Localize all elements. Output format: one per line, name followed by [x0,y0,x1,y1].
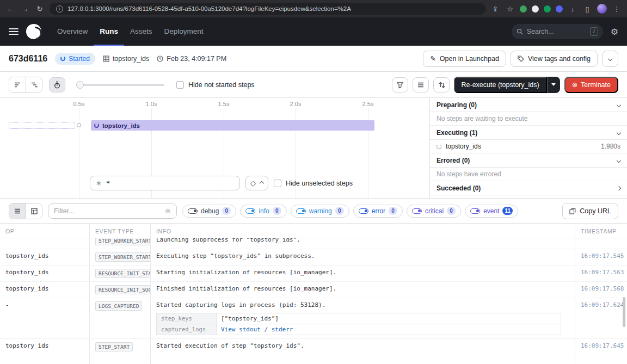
section-executing[interactable]: Executing (1) [430,126,627,140]
col-header-timestamp: TIMESTAMP [575,224,627,238]
view-tags-config-button[interactable]: View tags and config [511,51,598,67]
log-row[interactable]: topstory_ids STEP_WORKER_STARTED Executi… [0,249,627,266]
hamburger-menu-icon[interactable] [9,28,19,35]
side-panel-icon[interactable]: ▯ [582,5,592,13]
toggle-on-icon[interactable] [188,208,198,214]
toggle-on-icon[interactable] [470,208,480,214]
gantt-step-bar-label: topstory_ids [102,122,140,129]
section-succeeded[interactable]: Succeeded (0) [430,181,627,195]
level-chip-warning[interactable]: warning 0 [291,205,349,218]
view-mode-group [9,77,42,93]
step-selector[interactable]: ∗ [90,176,240,190]
clear-filter-icon[interactable]: ⊗ [165,207,171,215]
share-icon[interactable]: ⇪ [490,5,500,13]
sort-button[interactable] [433,77,450,92]
log-timestamp[interactable]: 16:09:17.545 [575,249,627,265]
log-row[interactable]: topstory_ids STEP_START Started executio… [0,339,627,355]
level-chip-event[interactable]: event 11 [465,205,518,218]
nav-item-runs[interactable]: Runs [94,17,124,46]
back-icon[interactable]: ← [5,5,15,13]
row-density-button[interactable] [413,77,429,92]
nav-item-deployment[interactable]: Deployment [158,17,210,46]
log-list-view-button[interactable] [9,203,26,219]
run-job-chip[interactable]: topstory_ids [103,55,149,63]
log-op[interactable]: topstory_ids [0,249,90,265]
job-grid-icon [103,55,109,62]
hide-not-started-checkbox-row[interactable]: Hide not started steps [176,81,255,89]
forward-icon[interactable]: → [20,5,30,13]
toggle-on-icon[interactable] [412,208,422,214]
log-op[interactable] [0,238,90,249]
timed-view-button[interactable] [49,77,65,92]
gantt-zoom-slider[interactable] [77,84,164,86]
toggle-on-icon[interactable] [359,208,368,214]
log-row-logs-captured[interactable]: - LOGS_CAPTURED Started capturing logs i… [0,298,627,339]
view-stdout-stderr-link[interactable]: View stdout / stderr [217,324,297,335]
nav-item-overview[interactable]: Overview [51,17,94,46]
log-timestamp[interactable] [575,238,627,249]
log-timestamp[interactable]: 16:09:17.645 [575,339,627,355]
section-errored[interactable]: Errored (0) [430,153,627,168]
log-row[interactable]: topstory_ids RESOURCE_INIT_STAR... Start… [0,266,627,282]
flat-view-button[interactable] [9,77,26,92]
extension-icon-3[interactable] [544,5,551,13]
reexecute-button[interactable]: Re-execute (topstory_ids) [454,77,547,93]
log-op[interactable]: topstory_ids [0,282,90,298]
waterfall-view-button[interactable] [26,77,42,92]
extension-icon-1[interactable] [520,5,527,13]
log-table-view-button[interactable] [26,203,42,219]
gantt-step-bar[interactable]: topstory_ids [91,120,374,131]
reexecute-dropdown-button[interactable] [547,77,560,93]
log-timestamp[interactable]: 16:09:17.563 [575,266,627,281]
log-op[interactable]: topstory_ids [0,266,90,281]
bookmark-star-icon[interactable]: ☆ [505,5,515,13]
sort-arrows-icon [438,81,445,89]
step-selector-input[interactable] [106,180,234,187]
log-op[interactable]: topstory_ids [0,339,90,355]
filter-steps-button[interactable] [392,77,408,92]
collapse-chevron-icon[interactable] [260,181,264,185]
hide-unselected-checkbox[interactable] [274,180,281,187]
executing-step-row[interactable]: topstory_ids 1.980s [430,140,627,153]
download-icon[interactable]: ↓ [568,5,577,13]
log-rows[interactable]: STEP_WORKER_STARTI... Launching subproce… [0,238,627,364]
step-handle-icon[interactable] [77,123,81,127]
toggle-on-icon[interactable] [245,208,255,214]
log-filter-input-wrap[interactable]: ⊗ [48,203,177,219]
log-scrollbar-thumb[interactable] [623,297,625,327]
dagster-logo[interactable] [26,24,41,39]
level-chip-info[interactable]: info 0 [240,205,286,218]
run-status-badge[interactable]: Started [55,53,95,65]
level-chip-debug[interactable]: debug 0 [182,205,236,218]
slider-knob[interactable] [76,81,84,89]
browser-menu-icon[interactable]: ⋮ [612,5,622,13]
log-filter-input[interactable] [54,207,162,215]
extension-icon-2[interactable] [532,5,539,13]
log-row[interactable]: topstory_ids RESOURCE_INIT_SUCC... Finis… [0,282,627,298]
reload-icon[interactable]: ↻ [35,5,45,13]
terminate-button[interactable]: ⊗ Terminate [564,77,618,93]
hide-unselected-checkbox-row[interactable]: Hide unselected steps [274,180,353,187]
log-level-chips: debug 0 info 0 warning 0 error 0 critica… [182,205,518,218]
run-header-more-button[interactable] [602,51,618,67]
gear-icon[interactable]: ⚙ [611,27,618,37]
extension-icon-4[interactable] [556,5,563,13]
url-bar[interactable]: i 127.0.0.1:3000/runs/673d6116-0528-45df… [50,3,485,15]
rows-icon [417,81,425,89]
global-search[interactable]: Search... / [512,24,603,39]
open-in-launchpad-label: Open in Launchpad [440,55,499,63]
nav-item-assets[interactable]: Assets [124,17,158,46]
expand-all-icon[interactable]: ◇ [250,179,256,187]
level-chip-error[interactable]: error 0 [353,205,403,218]
copy-url-button[interactable]: Copy URL [562,203,618,219]
log-timestamp[interactable]: 16:09:17.568 [575,282,627,298]
level-chip-critical[interactable]: critical 0 [407,205,461,218]
log-row[interactable]: STEP_WORKER_STARTI... Launching subproce… [0,238,627,249]
site-info-icon[interactable]: i [56,5,63,13]
toggle-on-icon[interactable] [296,208,306,214]
profile-avatar[interactable] [597,4,607,14]
log-timestamp[interactable]: 16:09:17.624 [575,298,627,338]
hide-not-started-checkbox[interactable] [176,81,184,89]
open-in-launchpad-button[interactable]: ✎ Open in Launchpad [423,51,506,67]
section-preparing[interactable]: Preparing (0) [430,98,627,112]
